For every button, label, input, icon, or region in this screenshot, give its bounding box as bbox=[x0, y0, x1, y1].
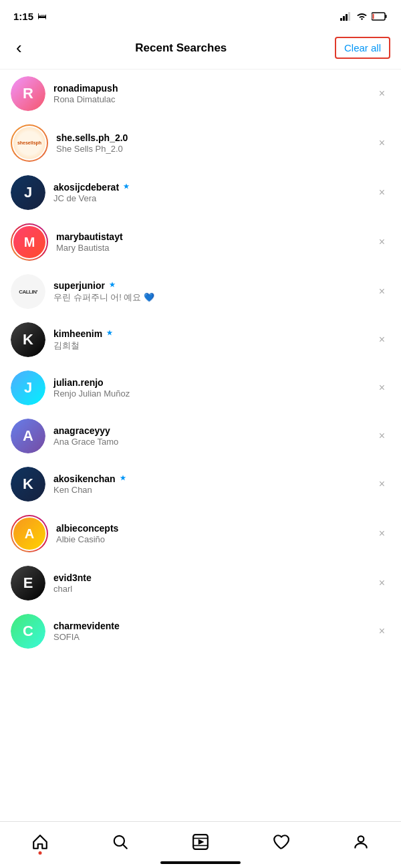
list-item[interactable]: Eevid3ntecharl× bbox=[0, 559, 401, 607]
avatar: shesellsph bbox=[13, 127, 45, 159]
remove-item-button[interactable]: × bbox=[374, 328, 390, 351]
signal-icon bbox=[340, 12, 352, 21]
item-fullname: Mary Bautista bbox=[56, 243, 374, 253]
item-fullname: SOFIA bbox=[53, 632, 374, 642]
item-fullname: 김희철 bbox=[53, 340, 374, 352]
avatar: K bbox=[11, 322, 45, 357]
item-username: ronadimapush bbox=[53, 83, 374, 94]
verified-badge bbox=[108, 281, 117, 290]
status-icons bbox=[340, 12, 388, 21]
item-info: evid3ntecharl bbox=[53, 572, 374, 594]
item-info: julian.renjoRenjo Julian Muñoz bbox=[53, 377, 374, 399]
avatar: J bbox=[11, 370, 45, 405]
item-info: superjunior우린 슈퍼주니 어! 예요 💙 bbox=[53, 280, 374, 304]
svg-rect-6 bbox=[373, 13, 374, 19]
item-username: marybautistayt bbox=[56, 231, 374, 242]
sleep-icon: 🛏 bbox=[37, 11, 47, 21]
svg-rect-3 bbox=[348, 12, 350, 21]
nav-profile[interactable] bbox=[352, 833, 370, 851]
clear-all-button[interactable]: Clear all bbox=[335, 37, 390, 59]
list-item[interactable]: shesellsphshe.sells.ph_2.0She Sells Ph_2… bbox=[0, 118, 401, 169]
remove-item-button[interactable]: × bbox=[374, 376, 390, 399]
item-info: she.sells.ph_2.0She Sells Ph_2.0 bbox=[56, 132, 374, 154]
item-fullname: JC de Vera bbox=[53, 193, 374, 203]
item-info: akosijcdeberatJC de Vera bbox=[53, 182, 374, 203]
item-username: charmevidente bbox=[53, 621, 374, 631]
remove-item-button[interactable]: × bbox=[374, 620, 390, 643]
svg-rect-2 bbox=[346, 14, 348, 21]
profile-icon bbox=[352, 833, 370, 851]
nav-search[interactable] bbox=[112, 833, 129, 851]
status-left: 1:15 🛏 bbox=[13, 11, 47, 22]
status-time: 1:15 bbox=[13, 11, 33, 22]
item-username: julian.renjo bbox=[53, 377, 374, 388]
item-info: akosikenchanKen Chan bbox=[53, 473, 374, 495]
home-icon bbox=[31, 833, 49, 851]
list-item[interactable]: AalbieconceptsAlbie Casiño× bbox=[0, 508, 401, 559]
verified-badge bbox=[118, 474, 128, 483]
item-fullname: Renjo Julian Muñoz bbox=[53, 389, 374, 399]
item-info: charmevidenteSOFIA bbox=[53, 621, 374, 642]
remove-item-button[interactable]: × bbox=[374, 231, 390, 253]
avatar: A bbox=[11, 419, 45, 453]
search-icon bbox=[112, 833, 129, 851]
wifi-icon bbox=[356, 12, 368, 21]
item-info: marybautistaytMary Bautista bbox=[56, 231, 374, 253]
list-item[interactable]: CcharmevidenteSOFIA× bbox=[0, 607, 401, 655]
item-info: ronadimapushRona Dimatulac bbox=[53, 83, 374, 104]
list-item[interactable]: MmarybautistaytMary Bautista× bbox=[0, 217, 401, 267]
list-item[interactable]: RronadimapushRona Dimatulac× bbox=[0, 70, 401, 118]
item-info: albieconceptsAlbie Casiño bbox=[56, 523, 374, 544]
item-username: anagraceyyy bbox=[53, 425, 374, 436]
list-item[interactable]: AanagraceyyyAna Grace Tamo× bbox=[0, 412, 401, 460]
nav-home-dot bbox=[39, 851, 42, 855]
item-fullname: Albie Casiño bbox=[56, 534, 374, 544]
remove-item-button[interactable]: × bbox=[374, 181, 390, 204]
svg-rect-0 bbox=[340, 18, 342, 21]
nav-activity[interactable] bbox=[272, 833, 289, 851]
home-indicator bbox=[160, 861, 241, 864]
header: ‹ Recent Searches Clear all bbox=[0, 29, 401, 70]
item-fullname: Ken Chan bbox=[53, 485, 374, 495]
remove-item-button[interactable]: × bbox=[374, 280, 390, 303]
remove-item-button[interactable]: × bbox=[374, 572, 390, 594]
list-item[interactable]: KakosikenchanKen Chan× bbox=[0, 460, 401, 508]
svg-rect-5 bbox=[386, 15, 387, 18]
item-username: kimheenim bbox=[53, 328, 374, 339]
list-item[interactable]: Kkimheenim김희철× bbox=[0, 316, 401, 364]
item-username: akosijcdeberat bbox=[53, 182, 374, 193]
avatar: CALLIN' bbox=[11, 274, 45, 309]
item-fullname: Ana Grace Tamo bbox=[53, 437, 374, 447]
item-username: akosikenchan bbox=[53, 473, 374, 484]
item-fullname: Rona Dimatulac bbox=[53, 94, 374, 104]
status-bar: 1:15 🛏 bbox=[0, 0, 401, 29]
list-item[interactable]: JakosijcdeberatJC de Vera× bbox=[0, 169, 401, 217]
remove-item-button[interactable]: × bbox=[374, 425, 390, 447]
back-button[interactable]: ‹ bbox=[11, 35, 27, 61]
svg-rect-1 bbox=[343, 16, 345, 21]
list-item[interactable]: Jjulian.renjoRenjo Julian Muñoz× bbox=[0, 364, 401, 412]
avatar: K bbox=[11, 467, 45, 502]
avatar: A bbox=[13, 518, 45, 550]
nav-reels[interactable] bbox=[192, 833, 209, 851]
remove-item-button[interactable]: × bbox=[374, 132, 390, 154]
heart-icon bbox=[272, 833, 289, 851]
avatar: M bbox=[13, 226, 45, 258]
remove-item-button[interactable]: × bbox=[374, 82, 390, 105]
verified-badge bbox=[122, 183, 131, 192]
verified-badge bbox=[105, 329, 114, 338]
item-fullname: 우린 슈퍼주니 어! 예요 💙 bbox=[53, 292, 374, 304]
avatar: R bbox=[11, 76, 45, 111]
page-title: Recent Searches bbox=[27, 41, 335, 55]
item-username: superjunior bbox=[53, 280, 374, 291]
nav-home[interactable] bbox=[31, 833, 49, 851]
item-info: kimheenim김희철 bbox=[53, 328, 374, 352]
list-item[interactable]: CALLIN'superjunior우린 슈퍼주니 어! 예요 💙× bbox=[0, 267, 401, 316]
remove-item-button[interactable]: × bbox=[374, 473, 390, 496]
item-username: albieconcepts bbox=[56, 523, 374, 534]
search-list: RronadimapushRona Dimatulac×shesellsphsh… bbox=[0, 70, 401, 655]
item-fullname: She Sells Ph_2.0 bbox=[56, 144, 374, 154]
remove-item-button[interactable]: × bbox=[374, 522, 390, 545]
item-fullname: charl bbox=[53, 584, 374, 594]
avatar: C bbox=[11, 614, 45, 649]
